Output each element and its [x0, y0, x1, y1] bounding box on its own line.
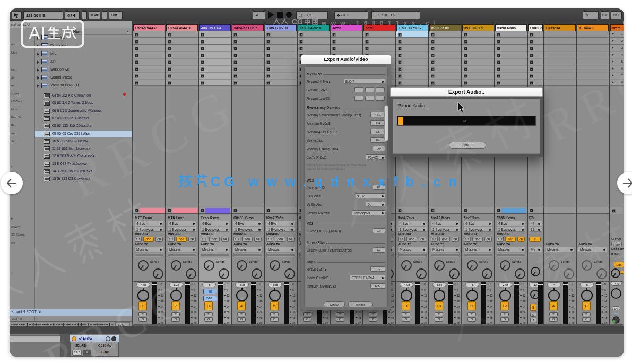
svg-text:18: 18 [161, 299, 164, 302]
svg-text:24: 24 [391, 305, 394, 308]
svg-text:48: 48 [424, 316, 427, 319]
svg-text:48: 48 [572, 316, 575, 319]
svg-text:0: 0 [161, 283, 162, 286]
svg-text:0: 0 [604, 283, 606, 286]
svg-text:36: 36 [391, 310, 394, 314]
svg-text:18: 18 [259, 299, 263, 302]
svg-text:0: 0 [292, 283, 294, 286]
svg-text:36: 36 [604, 310, 608, 314]
svg-text:12: 12 [227, 294, 230, 297]
svg-text:18: 18 [391, 299, 394, 302]
svg-text:12: 12 [292, 294, 296, 297]
svg-text:24: 24 [424, 305, 427, 308]
svg-text:6: 6 [259, 288, 261, 291]
svg-text:6: 6 [604, 288, 606, 291]
svg-text:48: 48 [292, 316, 296, 319]
svg-text:36: 36 [259, 310, 263, 314]
svg-text:48: 48 [523, 316, 526, 319]
svg-text:36: 36 [161, 310, 164, 314]
svg-text:6: 6 [391, 288, 393, 291]
svg-text:24: 24 [490, 305, 493, 308]
svg-text:24: 24 [259, 305, 263, 308]
svg-text:36: 36 [227, 310, 230, 314]
svg-text:24: 24 [161, 305, 164, 308]
svg-text:48: 48 [194, 316, 197, 319]
svg-text:48: 48 [259, 316, 263, 319]
svg-text:12: 12 [194, 294, 197, 297]
svg-text:0: 0 [259, 283, 261, 286]
svg-text:18: 18 [227, 299, 230, 302]
svg-text:24: 24 [227, 305, 230, 308]
svg-text:12: 12 [259, 294, 263, 297]
svg-text:0: 0 [424, 283, 426, 286]
svg-text:18: 18 [292, 299, 296, 302]
svg-text:48: 48 [325, 316, 328, 319]
svg-text:48: 48 [604, 316, 608, 319]
svg-text:6: 6 [194, 288, 195, 291]
svg-text:48: 48 [161, 316, 164, 319]
svg-text:24: 24 [194, 305, 197, 308]
svg-text:6: 6 [161, 288, 162, 291]
svg-text:36: 36 [358, 310, 361, 314]
svg-text:48: 48 [358, 316, 361, 319]
svg-text:24: 24 [292, 305, 296, 308]
svg-text:24: 24 [604, 305, 608, 308]
svg-text:18: 18 [604, 299, 608, 302]
svg-text:36: 36 [572, 310, 575, 314]
svg-text:12: 12 [604, 294, 608, 297]
svg-text:0: 0 [457, 283, 458, 286]
svg-text:48: 48 [227, 316, 230, 319]
svg-text:48: 48 [391, 316, 394, 319]
svg-text:18: 18 [572, 299, 575, 302]
svg-text:12: 12 [424, 294, 427, 297]
svg-text:24: 24 [572, 305, 575, 308]
svg-text:6: 6 [292, 288, 294, 291]
svg-text:36: 36 [292, 310, 296, 314]
svg-text:6: 6 [424, 288, 426, 291]
svg-text:18: 18 [194, 299, 197, 302]
svg-text:6: 6 [572, 288, 573, 291]
svg-text:36: 36 [194, 310, 197, 314]
svg-text:0: 0 [194, 283, 195, 286]
svg-text:18: 18 [424, 299, 427, 302]
svg-text:0: 0 [227, 283, 228, 286]
svg-text:12: 12 [161, 294, 164, 297]
svg-text:6: 6 [227, 288, 228, 291]
svg-text:0: 0 [391, 283, 393, 286]
svg-text:12: 12 [391, 294, 394, 297]
svg-text:36: 36 [424, 310, 427, 314]
svg-text:6: 6 [457, 288, 458, 291]
svg-text:36: 36 [325, 310, 328, 314]
svg-text:12: 12 [572, 294, 575, 297]
